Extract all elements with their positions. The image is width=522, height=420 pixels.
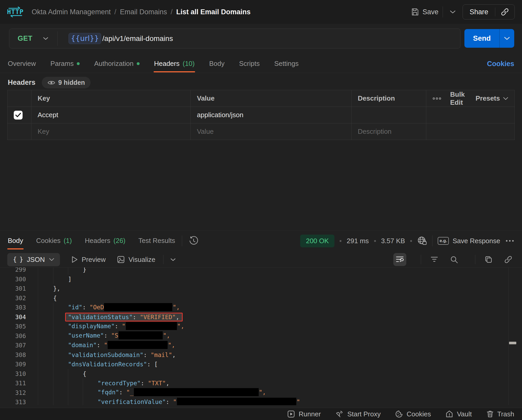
json-punctuation: , xyxy=(172,352,176,358)
format-selector[interactable]: { } JSON xyxy=(7,253,60,266)
scrollbar-thumb[interactable] xyxy=(509,342,516,344)
response-tab-cookies[interactable]: Cookies(1) xyxy=(36,233,72,249)
preview-button[interactable]: Preview xyxy=(71,256,106,264)
url-path: /api/v1/email-domains xyxy=(102,34,173,43)
json-string: ", xyxy=(168,342,175,348)
tab-settings[interactable]: Settings xyxy=(274,55,299,72)
breadcrumb-request-title: List all Email Domains xyxy=(176,8,251,16)
header-key-cell[interactable]: Accept xyxy=(31,107,191,123)
response-tab-body[interactable]: Body xyxy=(8,233,23,249)
save-button[interactable]: Save xyxy=(411,8,438,16)
code-line-306: 306"userName": "S", xyxy=(0,331,522,341)
send-options-button[interactable] xyxy=(500,29,514,48)
send-button[interactable]: Send xyxy=(464,29,499,48)
statusbar-vault[interactable]: Vault xyxy=(445,410,472,418)
tab-count: (10) xyxy=(183,60,195,68)
save-more-button[interactable] xyxy=(447,10,458,14)
indent-guide xyxy=(83,388,83,398)
tab-scripts[interactable]: Scripts xyxy=(239,55,260,72)
method-label: GET xyxy=(18,34,32,43)
statusbar-trash[interactable]: Trash xyxy=(486,410,514,418)
statusbar-label: Start Proxy xyxy=(347,410,381,418)
response-history-button[interactable] xyxy=(189,236,198,246)
code-text: "dnsValidationRecords": [ xyxy=(68,361,158,368)
tab-headers[interactable]: Headers(10) xyxy=(154,55,195,72)
response-tab-test-results[interactable]: Test Results xyxy=(139,233,175,249)
chevron-down-icon xyxy=(43,37,49,40)
response-link-button[interactable] xyxy=(502,253,515,266)
tab-body[interactable]: Body xyxy=(209,55,224,72)
json-string: ", xyxy=(259,389,266,396)
code-line-312: 312"fqdn": "_", xyxy=(0,388,522,398)
code-text: "displayName": "", xyxy=(68,323,184,331)
code-text: "fqdn": "_", xyxy=(98,389,266,397)
breadcrumb-separator: / xyxy=(171,8,173,16)
tab-params[interactable]: Params xyxy=(50,55,80,72)
search-button[interactable] xyxy=(448,253,461,266)
response-tab-headers[interactable]: Headers(26) xyxy=(85,233,126,249)
json-key: "domain" xyxy=(68,342,97,348)
tab-label: Scripts xyxy=(239,60,260,68)
code-text: { xyxy=(83,370,86,377)
visualize-button[interactable]: Visualize xyxy=(117,256,155,264)
response-more-button[interactable] xyxy=(505,240,514,242)
json-punctuation: } xyxy=(83,268,86,273)
save-response-button[interactable]: e.g. Save Response xyxy=(438,237,500,245)
tab-authorization[interactable]: Authorization xyxy=(94,55,140,72)
cookie-icon xyxy=(395,410,403,418)
url-input[interactable]: {{url}} /api/v1/email-domains xyxy=(58,33,173,44)
tab-label: Settings xyxy=(274,60,299,68)
search-icon xyxy=(450,255,458,264)
url-bar: GET {{url}} /api/v1/email-domains xyxy=(9,29,461,48)
json-punctuation: : xyxy=(115,323,122,330)
network-info-button[interactable] xyxy=(417,236,427,246)
presets-button[interactable]: Presets xyxy=(476,94,508,102)
request-tabs: OverviewParamsAuthorizationHeaders(10)Bo… xyxy=(8,55,487,72)
new-description-placeholder[interactable]: Description xyxy=(352,123,426,140)
new-key-placeholder[interactable]: Key xyxy=(31,123,191,140)
response-tabs: BodyCookies(1)Headers(26)Test Results xyxy=(8,233,175,249)
clock-history-icon xyxy=(189,236,198,246)
indent-guide xyxy=(53,360,53,369)
hidden-headers-badge[interactable]: 9 hidden xyxy=(42,77,91,88)
filter-button[interactable] xyxy=(428,253,441,266)
share-link-button[interactable] xyxy=(495,8,514,16)
headers-table: Key Value Description Bulk Edit Presets xyxy=(7,90,515,140)
indent-guide xyxy=(68,369,68,379)
tab-label: Authorization xyxy=(94,60,134,68)
tab-overview[interactable]: Overview xyxy=(8,55,36,72)
share-button[interactable]: Share xyxy=(463,4,515,19)
bullet xyxy=(340,240,341,242)
cookies-link[interactable]: Cookies xyxy=(487,60,514,68)
header-description-cell[interactable] xyxy=(352,107,426,123)
header-value-cell[interactable]: application/json xyxy=(191,107,352,123)
breadcrumb: Okta Admin Management / Email Domains / … xyxy=(32,8,411,16)
code-text: } xyxy=(83,268,86,273)
viewer-more-formats-button[interactable] xyxy=(170,258,176,261)
breadcrumb-folder[interactable]: Email Domains xyxy=(120,8,167,16)
bulk-edit-button[interactable]: Bulk Edit xyxy=(450,90,467,107)
statusbar-cookies[interactable]: Cookies xyxy=(395,410,431,418)
top-bar: HTTP Okta Admin Management / Email Domai… xyxy=(0,0,522,24)
wrap-text-icon xyxy=(396,256,404,263)
more-dots-icon[interactable] xyxy=(432,97,441,100)
json-punctuation: }, xyxy=(53,285,60,292)
redacted-value xyxy=(104,303,172,311)
breadcrumb-collection[interactable]: Okta Admin Management xyxy=(32,8,111,16)
url-variable-chip[interactable]: {{url}} xyxy=(68,33,101,44)
save-label: Save xyxy=(422,8,438,16)
headers-section-header: Headers 9 hidden xyxy=(8,77,91,88)
line-number: 299 xyxy=(0,268,38,273)
statusbar-runner[interactable]: Runner xyxy=(287,410,321,418)
method-selector[interactable]: GET xyxy=(9,34,57,43)
statusbar-start-proxy[interactable]: Start Proxy xyxy=(335,410,381,418)
json-string: ", xyxy=(177,323,184,330)
checkbox-checked-icon[interactable] xyxy=(14,111,23,120)
new-value-placeholder[interactable]: Value xyxy=(191,123,352,140)
link-icon xyxy=(501,8,509,16)
copy-response-button[interactable] xyxy=(482,253,495,266)
wrap-text-button[interactable] xyxy=(393,253,406,266)
json-string: ", xyxy=(163,332,170,339)
line-number: 303 xyxy=(0,304,38,311)
json-punctuation: : xyxy=(141,380,148,387)
